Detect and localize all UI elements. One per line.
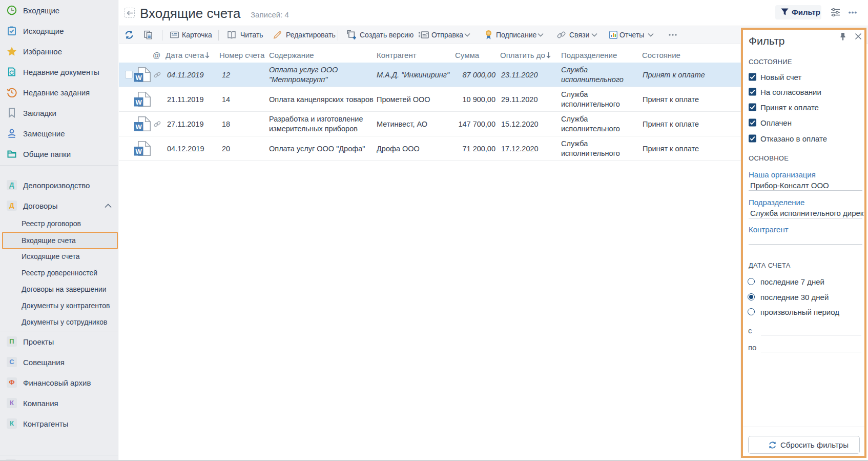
- svg-text:W: W: [136, 123, 142, 131]
- svg-text:W: W: [136, 98, 142, 106]
- svg-text:W: W: [136, 74, 142, 82]
- svg-text:W: W: [136, 148, 142, 155]
